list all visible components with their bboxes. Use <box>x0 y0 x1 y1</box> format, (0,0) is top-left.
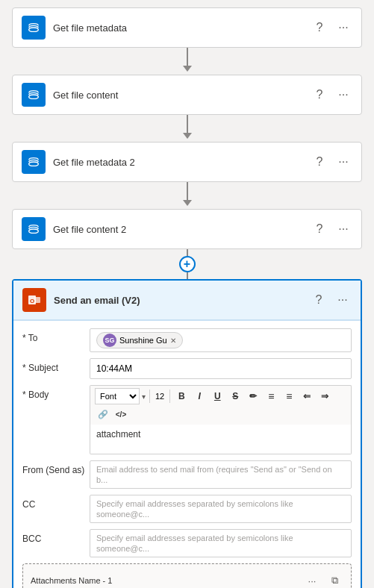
ordered-list-button[interactable]: ≡ <box>263 388 279 404</box>
cc-placeholder: Specify email addresses separated by sem… <box>96 499 293 519</box>
add-step-circle[interactable]: + <box>179 256 196 272</box>
subject-row: * Subject <box>22 358 352 379</box>
svg-point-0 <box>29 28 39 31</box>
email-more-button[interactable]: ··· <box>334 291 352 309</box>
from-placeholder: Email address to send mail from (require… <box>96 465 332 484</box>
bcc-placeholder: Specify email addresses separated by sem… <box>96 534 293 553</box>
email-card-actions: ? ··· <box>310 291 352 309</box>
add-step-connector[interactable]: + <box>179 249 196 279</box>
attachment1-name-label: Attachments Name - 1 <box>31 576 112 585</box>
step4-label: Get file content 2 <box>53 224 311 235</box>
indent-increase-button[interactable]: ⇒ <box>317 388 333 404</box>
to-token-name: Sunshine Gu <box>119 336 167 345</box>
underline-button[interactable]: U <box>209 388 225 404</box>
font-size-value: 12 <box>153 392 166 401</box>
to-token-close[interactable]: ✕ <box>170 337 176 345</box>
attachments-section: Attachments Name - 1 ··· ⧉ <box>22 563 352 588</box>
step3-label: Get file metadata 2 <box>53 157 311 168</box>
step4-icon <box>22 217 46 241</box>
body-row: * Body Font ▾ 12 B I U S ✏ <box>22 385 352 454</box>
link-button[interactable]: 🔗 <box>95 406 111 422</box>
toolbar-chevron: ▾ <box>141 392 146 401</box>
step3-more-button[interactable]: ··· <box>334 153 352 171</box>
step-get-file-content[interactable]: Get file content ? ··· <box>12 75 362 115</box>
body-editor[interactable]: attachment <box>90 425 352 454</box>
body-label: * Body <box>22 385 90 400</box>
step2-label: Get file content <box>53 90 311 101</box>
step1-icon <box>22 16 46 40</box>
step2-more-button[interactable]: ··· <box>334 86 352 104</box>
italic-button[interactable]: I <box>191 388 208 404</box>
step2-help-button[interactable]: ? <box>311 86 328 104</box>
indent-decrease-button[interactable]: ⇐ <box>299 388 315 404</box>
email-card-header[interactable]: O Send an email (V2) ? ··· <box>13 281 361 320</box>
from-row: From (Send as) Email address to send mai… <box>22 460 352 489</box>
connector1 <box>183 48 192 75</box>
toolbar-divider1 <box>149 390 150 403</box>
email-card-title: Send an email (V2) <box>54 295 310 306</box>
from-label: From (Send as) <box>22 460 90 475</box>
bcc-row: BCC Specify email addresses separated by… <box>22 529 352 557</box>
step3-help-button[interactable]: ? <box>311 153 328 171</box>
svg-rect-5 <box>34 297 40 303</box>
to-label: * To <box>22 328 90 343</box>
svg-point-2 <box>29 162 39 166</box>
connector3 <box>183 182 192 209</box>
step1-help-button[interactable]: ? <box>311 19 328 37</box>
font-select[interactable]: Font <box>95 388 140 404</box>
unordered-list-button[interactable]: ≡ <box>281 388 297 404</box>
step-get-file-content-2[interactable]: Get file content 2 ? ··· <box>12 209 362 249</box>
step3-icon <box>22 150 46 174</box>
svg-text:O: O <box>30 298 34 304</box>
step1-more-button[interactable]: ··· <box>334 19 352 37</box>
step-get-file-metadata-2[interactable]: Get file metadata 2 ? ··· <box>12 142 362 182</box>
body-editor-wrapper: Font ▾ 12 B I U S ✏ ≡ ≡ ⇐ ⇒ <box>90 385 352 454</box>
email-card-body: * To SG Sunshine Gu ✕ * Subject <box>13 320 361 588</box>
flow-container: Get file metadata ? ··· Get file content… <box>0 0 374 588</box>
step4-more-button[interactable]: ··· <box>334 220 352 238</box>
attachment1-copy-button[interactable]: ⧉ <box>325 572 343 588</box>
step1-label: Get file metadata <box>53 22 311 34</box>
body-toolbar: Font ▾ 12 B I U S ✏ ≡ ≡ ⇐ ⇒ <box>90 385 352 425</box>
attachment1-name-label-row: Attachments Name - 1 ··· ⧉ <box>31 572 343 588</box>
outlook-icon: O <box>22 288 46 312</box>
bcc-label: BCC <box>22 529 90 544</box>
to-row: * To SG Sunshine Gu ✕ <box>22 328 352 352</box>
to-token-avatar: SG <box>103 334 116 347</box>
subject-label: * Subject <box>22 358 90 373</box>
step2-icon <box>22 83 46 107</box>
highlight-button[interactable]: ✏ <box>245 388 261 404</box>
bold-button[interactable]: B <box>173 388 190 404</box>
connector2 <box>183 115 192 142</box>
attachment1-more-button[interactable]: ··· <box>303 572 321 588</box>
strikethrough-button[interactable]: S <box>227 388 243 404</box>
step3-actions: ? ··· <box>311 153 352 171</box>
step-get-file-metadata[interactable]: Get file metadata ? ··· <box>12 7 362 48</box>
code-button[interactable]: </> <box>113 406 129 422</box>
attachment1-actions: ··· ⧉ <box>303 572 343 588</box>
email-action-card: O Send an email (V2) ? ··· * To SG Sunsh… <box>12 279 362 588</box>
cc-row: CC Specify email addresses separated by … <box>22 495 352 523</box>
toolbar-divider2 <box>169 390 170 403</box>
subject-input[interactable] <box>90 358 352 379</box>
step4-help-button[interactable]: ? <box>311 220 328 238</box>
step4-actions: ? ··· <box>311 220 352 238</box>
cc-input[interactable]: Specify email addresses separated by sem… <box>90 495 352 523</box>
from-input[interactable]: Email address to send mail from (require… <box>90 460 352 489</box>
to-field[interactable]: SG Sunshine Gu ✕ <box>90 328 352 352</box>
bcc-input[interactable]: Specify email addresses separated by sem… <box>90 529 352 557</box>
svg-point-1 <box>29 95 39 98</box>
cc-label: CC <box>22 495 90 510</box>
svg-point-3 <box>29 229 39 233</box>
to-token[interactable]: SG Sunshine Gu ✕ <box>96 332 183 348</box>
email-help-button[interactable]: ? <box>310 291 328 309</box>
step2-actions: ? ··· <box>311 86 352 104</box>
step1-actions: ? ··· <box>311 19 352 37</box>
